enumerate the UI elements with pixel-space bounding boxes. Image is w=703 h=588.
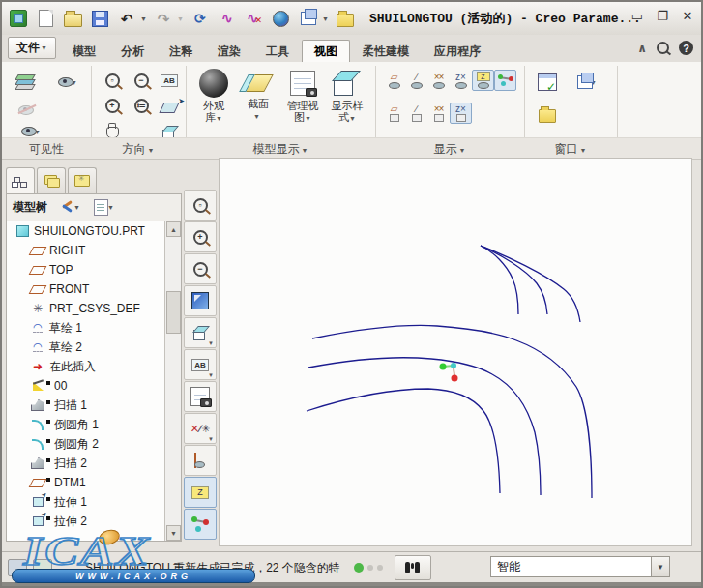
layers-button[interactable] xyxy=(12,70,41,95)
tree-item-top[interactable]: TOP xyxy=(7,260,181,279)
tree-item-part[interactable]: SHUILONGTOU.PRT xyxy=(7,221,181,241)
save-button[interactable] xyxy=(89,8,110,29)
tree-item-insert-here[interactable]: ➜在此插入 xyxy=(7,357,181,376)
zoom-in-view-button[interactable]: + xyxy=(184,221,217,252)
axis-display-toggle[interactable]: ∕ xyxy=(405,70,427,91)
spin-center-toggle[interactable] xyxy=(494,70,516,91)
tab-analysis[interactable]: 分析 xyxy=(108,40,157,62)
undo-button[interactable]: ↶ xyxy=(116,8,137,29)
saved-orientations-button[interactable]: AB▼ xyxy=(184,349,217,380)
repaint-button[interactable] xyxy=(184,285,217,316)
tree-item-csys[interactable]: ✳PRT_CSYS_DEF xyxy=(7,299,181,318)
tree-item-sketch2[interactable]: ◠草绘 2 xyxy=(7,338,181,357)
scroll-thumb[interactable] xyxy=(166,291,181,334)
tree-item-front[interactable]: FRONT xyxy=(7,279,181,299)
tree-item-extrude2[interactable]: 拉伸 2 xyxy=(7,512,181,531)
close-active-window-button[interactable] xyxy=(532,101,563,128)
help-icon[interactable]: ? xyxy=(679,41,693,55)
csys-display-toggle[interactable]: z× xyxy=(450,70,472,91)
refit-view-button[interactable]: ▫ xyxy=(184,190,217,220)
display-style-button[interactable]: 显示样式 ▼ xyxy=(325,66,369,137)
render-scene-button[interactable] xyxy=(271,8,292,29)
regenerate-button[interactable]: ⟳ xyxy=(190,8,211,29)
windows-dropdown[interactable]: ▼ xyxy=(322,15,329,22)
group-show[interactable]: 显示▼ xyxy=(375,141,524,158)
tab-model[interactable]: 模型 xyxy=(60,40,108,62)
tab-flexible-modeling[interactable]: 柔性建模 xyxy=(350,40,422,62)
sketch-regen-abort-button[interactable]: ∿✕ xyxy=(244,8,265,29)
undo-dropdown[interactable]: ▼ xyxy=(140,15,147,22)
collapse-ribbon-icon[interactable]: ∧ xyxy=(637,42,647,55)
activate-window-button[interactable]: ✓ xyxy=(532,68,563,97)
selection-filter-dropdown[interactable]: ▼ xyxy=(651,557,669,576)
group-model-display[interactable]: 模型显示▼ xyxy=(186,141,375,158)
find-button[interactable]: ≔ xyxy=(128,93,155,118)
sketch-regen-button[interactable]: ∿ xyxy=(217,8,238,29)
tree-scrollbar[interactable]: ▲ ▼ xyxy=(164,221,181,541)
plane-display-button[interactable] xyxy=(184,445,217,476)
tab-annotate[interactable]: 注释 xyxy=(157,40,205,62)
zoom-out-view-button[interactable]: − xyxy=(184,253,217,284)
tab-render[interactable]: 渲染 xyxy=(205,40,253,62)
tree-item-round2[interactable]: 倒圆角 2 xyxy=(7,434,181,454)
annotation-display-button[interactable]: Z xyxy=(184,477,217,508)
search-icon[interactable] xyxy=(657,42,669,54)
find-in-model-button[interactable] xyxy=(395,555,431,580)
windows-list-button[interactable]: ▼ xyxy=(567,68,607,97)
manage-views-button[interactable]: 管理视图 ▼ xyxy=(280,66,325,137)
zoom-in-button[interactable]: + xyxy=(99,93,126,118)
point-display-toggle[interactable]: ×× xyxy=(427,70,450,91)
windows-button[interactable] xyxy=(298,8,319,29)
tree-item-sketch1[interactable]: ◠草绘 1 xyxy=(7,318,181,338)
tree-item-00[interactable]: 00 xyxy=(7,376,181,396)
redo-dropdown[interactable]: ▼ xyxy=(177,15,184,22)
datum-display-filters-button[interactable]: ✕∕✳▼ xyxy=(184,413,217,444)
unhide-button[interactable] xyxy=(12,99,41,122)
tree-item-round1[interactable]: 倒圆角 1 xyxy=(7,415,181,434)
annotation-display-toggle[interactable]: Z xyxy=(472,70,494,91)
standard-orientation-button[interactable]: AB xyxy=(155,68,184,93)
tree-item-right[interactable]: RIGHT xyxy=(7,241,181,260)
spin-center-button[interactable] xyxy=(184,509,217,540)
new-file-button[interactable] xyxy=(35,8,56,29)
tree-settings-button[interactable]: ▼ xyxy=(94,199,114,216)
reorient-button[interactable] xyxy=(155,95,184,120)
refit-button[interactable]: ▫ xyxy=(99,68,126,93)
selection-filter-combobox[interactable]: 智能 ▼ xyxy=(490,556,670,577)
close-button[interactable]: ✕ xyxy=(678,9,697,23)
sections-button[interactable]: 截面▼ xyxy=(236,66,280,137)
tree-tools-button[interactable]: ▼ xyxy=(61,201,80,215)
plane-display-toggle[interactable]: ▱ xyxy=(383,70,405,91)
tree-item-sweep2[interactable]: 扫描 2 xyxy=(7,454,181,473)
scroll-up-button[interactable]: ▲ xyxy=(166,221,181,237)
tab-folder-browser[interactable] xyxy=(37,167,66,193)
graphics-area[interactable] xyxy=(219,158,692,546)
display-style-view-button[interactable]: ▼ xyxy=(184,317,217,348)
tab-applications[interactable]: 应用程序 xyxy=(422,40,493,62)
plane-tag-display-toggle[interactable]: ▱ xyxy=(383,103,405,124)
zoom-out-button[interactable]: − xyxy=(128,68,155,93)
group-window[interactable]: 窗口▼ xyxy=(524,141,617,158)
maximize-button[interactable]: ❐ xyxy=(653,9,672,23)
tree-item-extrude1[interactable]: 拉伸 1 xyxy=(7,492,181,512)
group-orientation[interactable]: 方向▼ xyxy=(91,141,186,158)
visibility-save-status-button[interactable]: ▼ xyxy=(48,70,87,95)
tab-tools[interactable]: 工具 xyxy=(253,40,302,62)
tab-view[interactable]: 视图 xyxy=(302,40,350,62)
redo-button[interactable]: ↷ xyxy=(153,8,174,29)
file-menu-button[interactable]: 文件▼ xyxy=(8,37,56,59)
csys-tag-display-toggle[interactable]: z× xyxy=(450,103,472,124)
tree-item-dtm1[interactable]: DTM1 xyxy=(7,473,181,492)
axis-tag-display-toggle[interactable]: ∕ xyxy=(405,103,427,124)
appearance-gallery-button[interactable]: 外观库 ▼ xyxy=(191,66,236,137)
minimize-button[interactable]: ▭ xyxy=(628,9,647,23)
tab-favorites[interactable] xyxy=(68,167,97,193)
point-tag-display-toggle[interactable]: ×× xyxy=(427,103,450,124)
scroll-down-button[interactable]: ▼ xyxy=(166,525,181,541)
tab-model-tree[interactable] xyxy=(6,167,35,195)
view-manager-button[interactable] xyxy=(184,381,217,412)
tree-item-sweep1[interactable]: 扫描 1 xyxy=(7,396,181,415)
open-button[interactable] xyxy=(62,8,83,29)
app-logo-icon[interactable] xyxy=(8,8,29,29)
close-window-button[interactable] xyxy=(335,8,356,29)
